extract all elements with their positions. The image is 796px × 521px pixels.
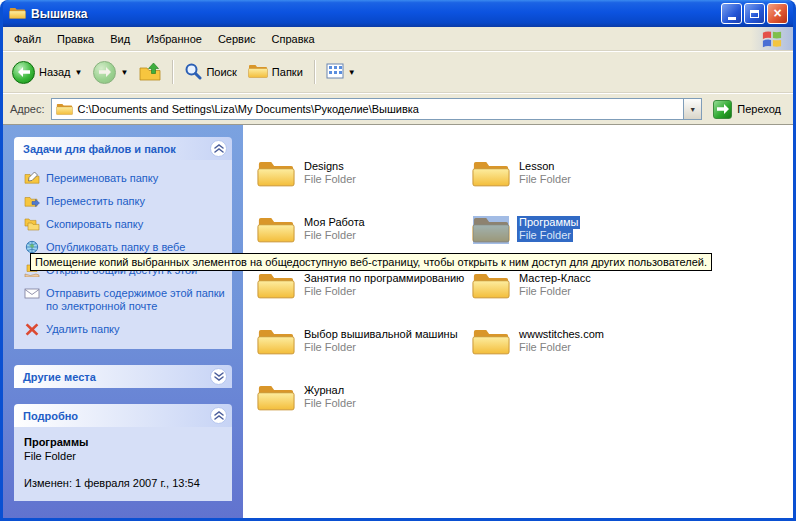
folder-type: File Folder (302, 229, 358, 242)
views-button[interactable]: ▼ (321, 60, 361, 84)
file-list: DesignsFile Folder LessonFile Folder Моя… (243, 125, 793, 518)
folder-icon (257, 158, 295, 189)
menu-bar: Файл Правка Вид Избранное Сервис Справка (3, 27, 793, 51)
up-folder-icon (139, 62, 161, 83)
menu-edit[interactable]: Правка (49, 30, 102, 48)
folder-icon (257, 326, 295, 357)
email-icon (24, 286, 40, 300)
folder-type: File Folder (302, 285, 358, 298)
back-dropdown-icon[interactable]: ▼ (75, 68, 83, 77)
folders-label: Папки (272, 66, 303, 78)
menu-favorites[interactable]: Избранное (138, 30, 210, 48)
folder-icon (472, 270, 510, 301)
details-title: Подробно (23, 410, 78, 422)
folder-item[interactable]: DesignsFile Folder (257, 145, 465, 201)
folder-type: File Folder (517, 173, 573, 186)
folder-type: File Folder (302, 397, 358, 410)
menu-help[interactable]: Справка (264, 30, 323, 48)
forward-icon (93, 61, 116, 84)
folder-icon (472, 158, 510, 189)
folder-type: File Folder (517, 341, 573, 354)
close-icon: × (773, 6, 781, 20)
folder-item[interactable]: wwwstitches.comFile Folder (472, 313, 680, 369)
task-label: Переименовать папку (46, 172, 158, 185)
back-button[interactable]: Назад ▼ (7, 58, 87, 87)
folder-name: Журнал (302, 384, 346, 397)
details-header[interactable]: Подробно (14, 404, 232, 427)
menu-file[interactable]: Файл (6, 30, 49, 48)
task-email-folder[interactable]: Отправить содержимое этой папки по элект… (24, 282, 228, 318)
expand-chevron-icon[interactable] (210, 368, 227, 385)
collapse-chevron-icon[interactable] (210, 407, 227, 424)
go-button[interactable]: Переход (708, 100, 789, 119)
folder-item[interactable]: LessonFile Folder (472, 145, 680, 201)
folder-name: Моя Работа (302, 216, 367, 229)
address-dropdown-button[interactable]: ▼ (683, 99, 701, 119)
task-label: Отправить содержимое этой папки по элект… (46, 287, 228, 313)
minimize-button[interactable] (721, 3, 742, 24)
task-rename-folder[interactable]: Переименовать папку (24, 167, 228, 190)
maximize-icon (750, 10, 759, 18)
window-client-area: Файл Правка Вид Избранное Сервис Справка (3, 27, 793, 518)
details-panel: Подробно Программы File Folder Изменен: … (14, 404, 232, 501)
folder-name: Занятия по программированию (302, 272, 466, 285)
details-item-modified: Изменен: 1 февраля 2007 г., 13:54 (24, 477, 226, 489)
forward-button[interactable]: ▼ (88, 58, 133, 87)
main-area: Задачи для файлов и папок Переименовать … (3, 124, 793, 518)
copy-folder-icon (24, 217, 40, 231)
up-button[interactable] (134, 59, 166, 86)
publish-web-icon (24, 240, 40, 254)
delete-icon (24, 322, 40, 336)
address-value: C:\Documents and Settings\Liza\My Docume… (78, 103, 419, 115)
address-input[interactable]: C:\Documents and Settings\Liza\My Docume… (51, 98, 703, 120)
views-icon (326, 63, 344, 81)
details-body: Программы File Folder Изменен: 1 февраля… (14, 427, 232, 501)
title-bar[interactable]: Вышивка × (3, 0, 793, 27)
folder-type: File Folder (302, 341, 358, 354)
other-places-header[interactable]: Другие места (14, 365, 232, 388)
file-tasks-header[interactable]: Задачи для файлов и папок (14, 137, 232, 160)
other-places-panel: Другие места (14, 365, 232, 388)
folder-icon (257, 214, 295, 245)
search-button[interactable]: Поиск (179, 59, 241, 85)
folder-item[interactable]: ЖурналFile Folder (257, 369, 465, 425)
task-copy-folder[interactable]: Скопировать папку (24, 213, 228, 236)
go-label: Переход (737, 103, 781, 115)
folder-name: Designs (302, 160, 346, 173)
task-label: Удалить папку (46, 323, 120, 336)
task-label: Переместить папку (46, 195, 145, 208)
window-folder-icon (9, 6, 26, 21)
windows-logo-icon (751, 27, 793, 50)
collapse-chevron-icon[interactable] (210, 140, 227, 157)
task-delete-folder[interactable]: Удалить папку (24, 318, 228, 341)
forward-dropdown-icon[interactable]: ▼ (120, 68, 128, 77)
folder-name: Выбор вышивальной машины (302, 328, 460, 341)
folder-item[interactable]: Моя РаботаFile Folder (257, 201, 465, 257)
folder-name: Программы (517, 216, 580, 229)
close-button[interactable]: × (767, 3, 788, 24)
folders-button[interactable]: Папки (243, 60, 308, 84)
toolbar-separator (172, 60, 173, 84)
maximize-button[interactable] (744, 3, 765, 24)
folder-icon (472, 326, 510, 357)
details-item-name: Программы (24, 436, 226, 448)
toolbar-separator (314, 60, 315, 84)
file-tasks-panel: Задачи для файлов и папок Переименовать … (14, 137, 232, 349)
folder-type: File Folder (302, 173, 358, 186)
back-label: Назад (39, 66, 71, 78)
folder-item[interactable]: Выбор вышивальной машиныFile Folder (257, 313, 465, 369)
task-move-folder[interactable]: Переместить папку (24, 190, 228, 213)
search-label: Поиск (206, 66, 236, 78)
window-controls: × (721, 3, 788, 24)
folder-name: Lesson (517, 160, 556, 173)
go-arrow-icon (713, 100, 732, 119)
other-places-title: Другие места (23, 371, 96, 383)
menu-tools[interactable]: Сервис (210, 30, 264, 48)
menu-view[interactable]: Вид (102, 30, 138, 48)
folder-icon (472, 214, 510, 245)
folder-item-selected[interactable]: ПрограммыFile Folder (472, 201, 680, 257)
folder-icon (257, 382, 295, 413)
rename-folder-icon (24, 171, 40, 185)
views-dropdown-icon[interactable]: ▼ (348, 68, 356, 77)
search-icon (184, 62, 202, 82)
